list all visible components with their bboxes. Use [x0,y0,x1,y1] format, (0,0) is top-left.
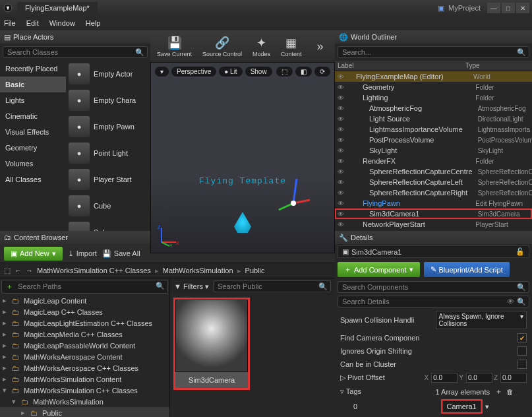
save-all-button[interactable]: 💾Save All [102,249,140,258]
folder-item[interactable]: ▾🗀MathWorksSimulation C++ Classes [0,385,169,396]
clear-tags-icon[interactable]: 🗑 [506,388,514,396]
outliner-row[interactable]: 👁SphereReflectionCaptureLeftSphereReflec… [335,177,532,187]
outliner-row[interactable]: 👁LightmassImportanceVolumeLightmassImpor… [335,124,532,135]
folder-item[interactable]: ▸🗀MathWorksAerospace Content [0,351,169,362]
visibility-icon[interactable]: 👁 [338,84,347,91]
breadcrumb-item[interactable]: Public [245,267,265,274]
menu-file[interactable]: File [4,19,16,27]
search-paths-input[interactable]: ＋ Search Paths 🔍 [1,280,168,294]
expand-advanced-icon[interactable]: ▴ [335,414,532,417]
visibility-icon[interactable]: 👁 [338,94,347,102]
cluster-checkbox[interactable] [517,360,527,369]
viewport-show-button[interactable]: Show [245,67,272,77]
viewport-lit-button[interactable]: ● Lit [219,67,242,77]
place-category[interactable]: Lights [0,92,66,108]
place-category[interactable]: Recently Placed [0,61,66,77]
viewport-menu-button[interactable]: ▾ [155,67,169,77]
place-category[interactable]: Basic [0,77,66,92]
folder-item[interactable]: ▸🗀MagicLeap C++ Classes [0,306,169,317]
place-actor-item[interactable]: ●Point Light [66,140,150,166]
level-viewport[interactable]: ▾ Perspective ● Lit Show ⬚ ◧ ⟳ Flying Te… [150,62,335,253]
tag-value-input[interactable]: Camera1 [442,401,481,412]
toolbar-overflow[interactable]: » [310,37,331,55]
outliner-row[interactable]: 👁NetworkPlayerStartPlayerStart [335,219,532,230]
disclosure-icon[interactable]: ▸ [3,364,9,372]
back-icon[interactable]: ← [15,267,22,274]
close-button[interactable]: ✕ [516,3,529,13]
search-classes-input[interactable]: Search Classes 🔍 [3,46,148,58]
place-actor-item[interactable]: ●Player Start [66,166,150,193]
disclosure-icon[interactable]: ▸ [3,375,9,383]
visibility-icon[interactable]: 👁 [338,73,347,80]
folder-item[interactable]: ▸🗀MathWorksSimulation Content [0,373,169,385]
chevron-down-icon[interactable]: ▾ [485,402,489,411]
outliner-row[interactable]: 👁SkyLightSkyLight [335,145,532,156]
pivot-y-input[interactable] [466,373,492,383]
asset-sim3dcamera[interactable]: Sim3dCamera [175,300,248,388]
axis-gizmo-icon[interactable] [274,174,313,213]
place-category[interactable]: All Classes [0,172,66,187]
toolbar-content[interactable]: ▦Content [278,34,305,59]
outliner-row[interactable]: 👁PostProcessVolumePostProcessVolum [335,135,532,145]
spawn-collision-combo[interactable]: Always Spawn, Ignore Collisions▾ [436,311,527,329]
place-actor-item[interactable]: ●Empty Pawn [66,113,150,140]
fwd-icon[interactable]: → [26,267,33,274]
place-category[interactable]: Cinematic [0,108,66,124]
place-category[interactable]: Visual Effects [0,124,66,140]
disclosure-icon[interactable]: ▸ [3,330,9,338]
disclosure-icon[interactable]: ▸ [3,296,9,305]
pivot-x-input[interactable] [431,373,458,383]
place-actor-item[interactable]: ●Empty Chara [66,87,150,113]
visibility-icon[interactable]: 👁 [338,210,347,218]
breadcrumb-item[interactable]: MathWorksSimulation [163,267,233,274]
eye-icon[interactable]: 👁 [507,298,514,305]
place-actor-item[interactable]: ●Empty Actor [66,61,150,87]
outliner-row[interactable]: 👁SphereReflectionCaptureCentreSphereRefl… [335,166,532,177]
find-camera-checkbox[interactable]: ✔ [517,333,527,342]
outliner-row[interactable]: 👁Light SourceDirectionalLight [335,113,532,124]
add-component-button[interactable]: ＋ Add Component ▾ [338,262,420,277]
add-tag-icon[interactable]: ＋ [495,387,502,397]
place-category[interactable]: Geometry [0,140,66,156]
filters-button[interactable]: ▼ Filters ▾ [174,282,209,291]
disclosure-icon[interactable]: ▾ [3,386,9,395]
minimize-button[interactable]: — [487,3,500,13]
viewport-tool-icon[interactable]: ⬚ [276,67,293,77]
folder-item[interactable]: ▾🗀MathWorksSimulation [0,396,169,407]
maximize-button[interactable]: □ [502,3,515,13]
visibility-icon[interactable]: 👁 [338,200,347,207]
visibility-icon[interactable]: 👁 [338,115,347,123]
visibility-icon[interactable]: 👁 [338,189,347,197]
toolbar-source-control[interactable]: 🔗Source Control [200,34,245,59]
outliner-row[interactable]: 👁GeometryFolder [335,82,532,92]
ignores-origin-checkbox[interactable] [517,346,527,356]
visibility-icon[interactable]: 👁 [338,158,347,165]
actor-name-field[interactable]: ▣ Sim3dCamera1 🔓 [338,245,529,258]
folder-item[interactable]: ▸🗀MagicLeapPassableWorld Content [0,340,169,351]
disclosure-icon[interactable]: ▸ [3,341,9,350]
menu-help[interactable]: Help [86,19,101,27]
visibility-icon[interactable]: 👁 [338,147,347,154]
disclosure-icon[interactable]: ▸ [3,319,9,327]
folder-item[interactable]: ▸🗀MagicLeapLightEstimation C++ Classes [0,317,169,329]
pivot-z-input[interactable] [500,373,527,383]
disclosure-icon[interactable]: ▸ [3,307,9,316]
folder-item[interactable]: ▸🗀MagicLeap Content [0,295,169,306]
outliner-row[interactable]: 👁SphereReflectionCaptureRightSphereRefle… [335,187,532,198]
viewport-tool-icon[interactable]: ◧ [295,67,312,77]
outliner-row[interactable]: 👁FlyingPawnEdit FlyingPawn [335,198,532,208]
search-assets-input[interactable]: Search Public🔍 [213,280,331,292]
outliner-row[interactable]: 👁Sim3dCamera1Sim3dCamera [335,208,532,219]
folder-tree-toggle[interactable]: ⬚ [4,267,11,275]
import-button[interactable]: ⤓Import [68,249,97,258]
disclosure-icon[interactable]: ▸ [21,408,28,417]
visibility-icon[interactable]: 👁 [338,179,347,186]
add-new-button[interactable]: ▣ Add New ▾ [4,247,63,261]
viewport-tool-icon[interactable]: ⟳ [314,67,330,77]
breadcrumb-item[interactable]: MathWorksSimulation C++ Classes [37,267,151,274]
visibility-icon[interactable]: 👁 [338,105,347,112]
menu-edit[interactable]: Edit [26,19,39,27]
outliner-row[interactable]: 👁FlyingExampleMap (Editor)World [335,71,532,82]
place-actor-item[interactable]: ●Cube [66,193,150,219]
plus-icon[interactable]: ＋ [6,282,13,290]
